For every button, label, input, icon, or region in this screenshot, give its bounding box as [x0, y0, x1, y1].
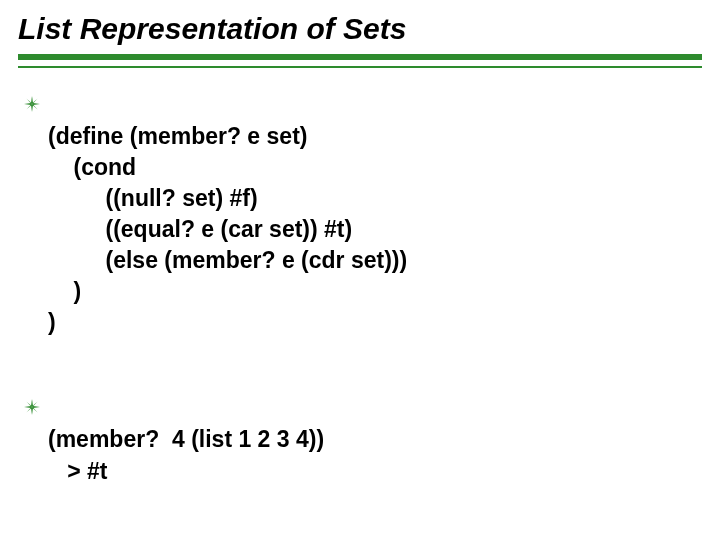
burst-icon: [24, 399, 40, 415]
bullet-block-2: (member? 4 (list 1 2 3 4)) > #t: [24, 393, 702, 517]
code-line: ): [48, 309, 56, 335]
svg-marker-9: [32, 406, 40, 408]
svg-marker-2: [31, 104, 33, 112]
svg-marker-10: [31, 407, 33, 415]
content-area: (define (member? e set) (cond ((null? se…: [18, 90, 702, 518]
code-line: ((equal? e (car set)) #t): [48, 216, 352, 242]
svg-marker-5: [32, 104, 38, 110]
title-rule-thin: [18, 66, 702, 68]
svg-marker-12: [32, 402, 38, 408]
slide-title: List Representation of Sets: [18, 12, 702, 46]
svg-marker-4: [32, 98, 38, 104]
svg-marker-11: [24, 406, 32, 408]
svg-marker-3: [24, 103, 32, 105]
code-line: (member? 4 (list 1 2 3 4)): [48, 426, 324, 452]
svg-marker-6: [26, 104, 32, 110]
code-line: (cond: [48, 154, 136, 180]
code-line: ): [48, 278, 81, 304]
code-line: (else (member? e (cdr set))): [48, 247, 407, 273]
code-line: ((null? set) #f): [48, 185, 258, 211]
code-block-2: (member? 4 (list 1 2 3 4)) > #t: [48, 393, 324, 517]
svg-marker-13: [32, 407, 38, 413]
svg-marker-7: [26, 98, 32, 104]
bullet-block-1: (define (member? e set) (cond ((null? se…: [24, 90, 702, 369]
svg-marker-14: [26, 407, 32, 413]
svg-marker-1: [32, 103, 40, 105]
svg-marker-0: [31, 96, 33, 104]
code-line: > #t: [48, 458, 107, 484]
burst-icon: [24, 96, 40, 112]
code-block-1: (define (member? e set) (cond ((null? se…: [48, 90, 407, 369]
svg-marker-8: [31, 399, 33, 407]
svg-marker-15: [26, 402, 32, 408]
code-line: (define (member? e set): [48, 123, 307, 149]
title-rule-thick: [18, 54, 702, 60]
slide: List Representation of Sets: [0, 0, 720, 540]
